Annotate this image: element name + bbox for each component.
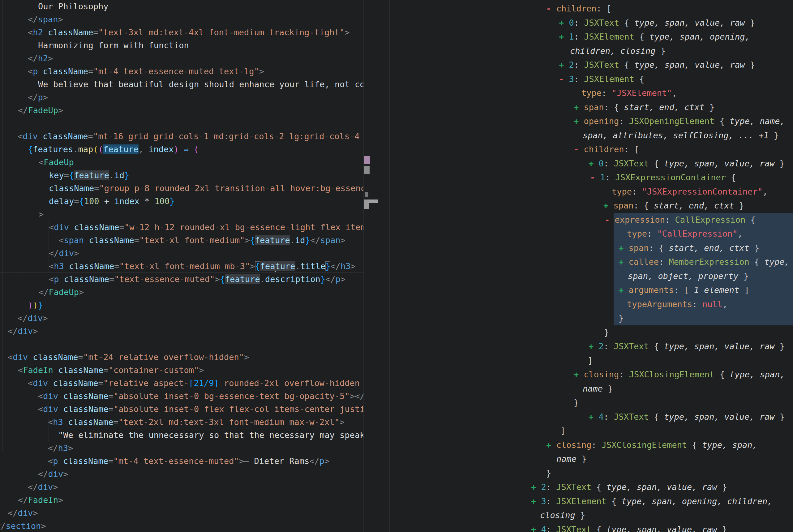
code-line[interactable]: <div className="w-12 h-12 rounded-xl bg-… <box>49 221 364 234</box>
code-line[interactable]: </div> <box>8 507 38 520</box>
ast-node-line[interactable]: children, closing } <box>570 44 665 58</box>
expand-node-icon[interactable]: + <box>574 369 584 379</box>
code-line[interactable]: <p className="mt-4 text-essence-muted">—… <box>48 455 329 468</box>
ast-node-line[interactable]: - children: [ <box>546 2 612 16</box>
code-line[interactable]: delay={100 + index * 100} <box>49 195 174 208</box>
code-line[interactable]: </FadeUp> <box>39 286 84 299</box>
ast-node-line[interactable]: - 1: JSXExpressionContainer { <box>590 170 736 184</box>
expand-node-icon[interactable]: + <box>588 412 599 422</box>
ast-tree-pane[interactable]: - children: [+ 0: JSXText { type, span, … <box>364 0 793 532</box>
code-line[interactable]: <div className="absolute inset-0 bg-esse… <box>38 390 364 403</box>
collapse-node-icon[interactable]: - <box>605 215 615 225</box>
ast-node-line[interactable]: + 2: JSXText { type, span, value, raw } <box>559 58 755 72</box>
code-line[interactable]: </span> <box>28 13 63 26</box>
code-line[interactable]: <p className="text-essence-muted">{featu… <box>49 273 346 286</box>
code-line[interactable]: <div className="absolute inset-0 flex fl… <box>38 403 364 416</box>
expand-node-icon[interactable]: + <box>546 440 556 450</box>
code-line[interactable]: {features.map((feature, index) ⇒ ( <box>28 143 199 156</box>
expand-node-icon[interactable]: + <box>531 525 541 532</box>
code-line[interactable]: </h3> <box>48 442 73 455</box>
ast-node-line[interactable]: + span: { start, end, ctxt } <box>603 198 744 212</box>
code-line[interactable]: Our Philosophy <box>38 0 109 13</box>
code-line[interactable]: <span className="text-xl font-medium">{f… <box>59 234 346 247</box>
code-line[interactable]: ))} <box>28 299 43 312</box>
ast-node-line[interactable]: + closing: JSXClosingElement { type, spa… <box>574 367 785 381</box>
ast-node-line[interactable]: name } <box>583 382 613 396</box>
ast-node-line[interactable]: } <box>619 311 623 325</box>
ast-node-line[interactable]: - expression: CallExpression { <box>605 213 756 227</box>
ast-node-line[interactable]: type: "JSXElement", <box>581 86 677 100</box>
code-line[interactable]: We believe that beautiful design should … <box>38 78 364 91</box>
ast-node-line[interactable]: span, attributes, selfClosing, ... +1 } <box>583 128 779 142</box>
code-line[interactable]: </section> <box>0 520 46 532</box>
code-line[interactable]: <p className="mt-4 text-essence-muted te… <box>28 65 264 78</box>
code-line[interactable]: </p> <box>28 91 48 104</box>
code-line[interactable]: Harmonizing form with function <box>38 39 189 52</box>
ast-node-line[interactable]: + 2: JSXText { type, span, value, raw } <box>588 339 785 353</box>
code-line[interactable]: </div> <box>8 325 38 338</box>
ast-node-line[interactable]: + closing: JSXClosingElement { type, spa… <box>546 438 757 452</box>
expand-node-icon[interactable]: + <box>559 32 569 41</box>
code-line[interactable]: </div> <box>28 481 58 494</box>
code-editor-pane[interactable]: Our Philosophy</span><h2 className="text… <box>0 0 364 532</box>
expand-node-icon[interactable]: + <box>619 243 629 253</box>
ast-node-line[interactable]: + 0: JSXText { type, span, value, raw } <box>588 156 785 170</box>
ast-node-line[interactable]: + 0: JSXText { type, span, value, raw } <box>559 16 755 30</box>
code-line[interactable]: > <box>39 208 44 221</box>
expand-node-icon[interactable]: + <box>603 201 614 210</box>
collapse-node-icon[interactable]: - <box>574 145 584 154</box>
expand-node-icon[interactable]: + <box>559 60 569 70</box>
collapse-node-icon[interactable]: - <box>559 74 569 84</box>
expand-node-icon[interactable]: + <box>531 482 541 492</box>
ast-node-line[interactable]: typeArguments: null, <box>627 297 728 311</box>
expand-node-icon[interactable]: + <box>559 18 569 27</box>
expand-node-icon[interactable]: + <box>574 116 584 126</box>
ast-node-line[interactable]: + 2: JSXText { type, span, value, raw } <box>531 480 727 494</box>
expand-node-icon[interactable]: + <box>588 159 599 168</box>
code-line[interactable]: <div className="mt-16 grid grid-cols-1 m… <box>18 130 364 143</box>
expand-node-icon[interactable]: + <box>574 102 584 112</box>
ast-node-line[interactable]: + 4: JSXText { type, span, value, raw } <box>531 522 727 532</box>
code-line[interactable]: <h2 className="text-3xl md:text-4xl font… <box>28 26 349 39</box>
expand-node-icon[interactable]: + <box>588 341 599 351</box>
code-line[interactable]: key={feature.id} <box>49 169 129 182</box>
code-line[interactable]: className="group p-8 rounded-2xl transit… <box>49 182 364 195</box>
ast-node-line[interactable]: } <box>604 325 609 339</box>
code-line[interactable]: </div> <box>18 312 48 325</box>
ast-node-line[interactable]: closing } <box>540 508 585 522</box>
ast-node-line[interactable]: + opening: JSXOpeningElement { type, nam… <box>574 114 785 128</box>
expand-node-icon[interactable]: + <box>619 257 629 267</box>
code-line[interactable]: <h3 className="text-2xl md:text-3xl font… <box>48 416 345 429</box>
ast-node-line[interactable]: + span: { start, end, ctxt } <box>619 241 759 255</box>
ast-node-line[interactable]: + 3: JSXElement { type, span, opening, c… <box>531 494 772 508</box>
ast-node-line[interactable]: + 1: JSXElement { type, span, opening, <box>559 30 750 44</box>
expand-node-icon[interactable]: + <box>531 496 541 506</box>
ast-node-line[interactable]: ] <box>560 424 565 438</box>
ast-node-line[interactable]: name } <box>556 452 587 466</box>
ast-node-line[interactable]: ] <box>588 354 593 367</box>
ast-node-line[interactable]: type: "CallExpression", <box>627 227 742 241</box>
collapse-node-icon[interactable]: - <box>546 4 556 13</box>
code-line[interactable]: </FadeUp> <box>18 104 63 117</box>
ast-node-line[interactable]: } <box>546 466 551 480</box>
code-line[interactable]: </div> <box>49 247 79 260</box>
ast-node-line[interactable]: + arguments: [ 1 element ] <box>619 283 749 297</box>
ast-node-line[interactable]: + span: { start, end, ctxt } <box>574 100 714 114</box>
ast-node-line[interactable]: + callee: MemberExpression { type, <box>619 255 790 269</box>
collapse-node-icon[interactable]: - <box>590 173 600 182</box>
code-line[interactable]: <div className="relative aspect-[21/9] r… <box>28 377 364 390</box>
ast-node-line[interactable]: - children: [ <box>574 142 639 156</box>
code-line[interactable]: </div> <box>38 468 69 481</box>
code-line[interactable]: <div className="mt-24 relative overflow-… <box>8 351 249 364</box>
code-line[interactable]: </FadeIn> <box>18 494 63 507</box>
code-line[interactable]: <FadeIn className="container-custom"> <box>18 364 204 377</box>
expand-node-icon[interactable]: + <box>619 285 629 295</box>
ast-node-line[interactable]: span, object, property } <box>628 269 749 283</box>
ast-node-line[interactable]: + 4: JSXText { type, span, value, raw } <box>588 410 785 424</box>
ast-node-line[interactable]: type: "JSXExpressionContainer", <box>612 185 768 198</box>
code-line[interactable]: <FadeUp <box>39 156 74 169</box>
ast-node-line[interactable]: } <box>574 396 579 410</box>
code-line[interactable]: </h2> <box>28 52 53 65</box>
ast-node-line[interactable]: - 3: JSXElement { <box>559 72 644 86</box>
code-line[interactable]: "We eliminate the unnecessary so that th… <box>58 429 364 442</box>
